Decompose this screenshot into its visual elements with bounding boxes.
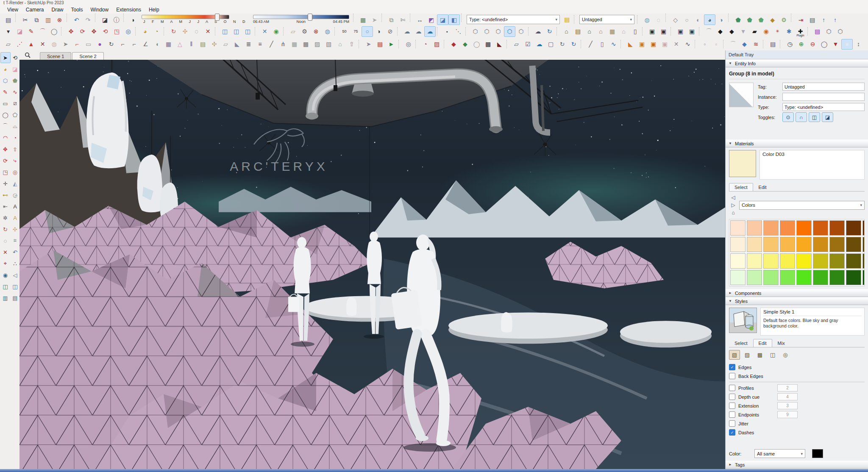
door-icon[interactable]: ▯ <box>629 26 641 37</box>
walls-3-icon[interactable]: ▨ <box>312 39 323 50</box>
form-edit-icon[interactable]: ▤ <box>374 39 386 50</box>
color-swatch-2[interactable] <box>763 220 779 236</box>
edges-checkbox[interactable]: ✓ <box>729 364 735 370</box>
date-slider-handle[interactable] <box>215 14 220 21</box>
sphere-pin-icon[interactable]: ◯ <box>818 39 830 50</box>
circle-icon[interactable]: ◯ <box>0 109 11 120</box>
visible-toggle-button[interactable]: ⊙ <box>782 112 794 122</box>
time-slider-track[interactable] <box>253 15 349 19</box>
previous-view-icon[interactable]: ↶ <box>10 247 20 258</box>
move-2-icon[interactable]: ✥ <box>65 26 77 37</box>
house-outline-icon[interactable]: ⌂ <box>618 26 629 37</box>
hex-4-icon[interactable]: ⬡ <box>504 26 515 37</box>
color-swatch-28[interactable] <box>747 270 762 285</box>
cancel-red-icon[interactable]: ⊗ <box>310 26 322 37</box>
axes-icon[interactable]: ✲ <box>0 212 11 223</box>
corner-1-icon[interactable]: ⌐ <box>117 39 128 50</box>
play-green-icon[interactable]: ► <box>386 39 397 50</box>
columns-icon[interactable]: ‖ <box>186 39 197 50</box>
zoom-extents-2-icon[interactable]: ✕ <box>202 26 214 37</box>
sphere-white-icon[interactable]: ● <box>841 39 853 50</box>
black-flag-icon[interactable]: ▰ <box>749 26 760 37</box>
protractor-icon[interactable]: ◶ <box>10 189 20 200</box>
color-swatch-15[interactable] <box>829 237 845 252</box>
walls-4-icon[interactable]: ▧ <box>323 39 334 50</box>
angle-icon[interactable]: ∠ <box>140 39 151 50</box>
color-swatch-30[interactable] <box>780 270 795 285</box>
color-swatch-23[interactable] <box>813 253 828 269</box>
color-swatch-16[interactable] <box>846 237 861 252</box>
color-swatch-33[interactable] <box>829 270 845 285</box>
dynamic-attributes-icon[interactable]: ▤ <box>561 14 573 25</box>
components-header[interactable]: ► Components <box>726 289 868 297</box>
envelope-icon[interactable]: ▭ <box>83 39 94 50</box>
fence-icon[interactable]: ▤ <box>197 39 209 50</box>
pipe-elbow-icon[interactable]: ⌐ <box>71 39 83 50</box>
component-cubes-1-icon[interactable]: ▣ <box>646 26 658 37</box>
materials-header[interactable]: ▼ Materials <box>726 139 868 147</box>
in-model-home-icon[interactable]: ⌂ <box>729 209 737 217</box>
box-sync-icon[interactable]: ↻ <box>556 39 568 50</box>
eraser-2-icon[interactable]: ◪ <box>14 26 25 37</box>
cloud-touch-icon[interactable]: ☁ <box>424 26 436 37</box>
roof-icon[interactable]: ⌂ <box>334 39 346 50</box>
cage-box-icon[interactable]: ▦ <box>163 39 174 50</box>
sphere-remove-icon[interactable]: ⊖ <box>807 39 818 50</box>
color-swatch-0[interactable] <box>730 220 746 236</box>
offset-2-icon[interactable]: ◎ <box>122 26 134 37</box>
section-fill-icon[interactable]: ▥ <box>0 292 11 303</box>
color-swatch-11[interactable] <box>763 237 779 252</box>
path-dots-icon[interactable]: ⋰ <box>14 39 25 50</box>
color-swatch-5[interactable] <box>813 220 828 236</box>
edge-color-swatch[interactable] <box>812 449 823 458</box>
menu-tools[interactable]: Tools <box>67 6 87 13</box>
fog-75-icon[interactable]: 75 <box>350 26 362 37</box>
material-name[interactable]: Color D03 <box>760 150 865 180</box>
push-pull-icon[interactable]: ⇧ <box>10 144 20 155</box>
select-icon[interactable]: ➤ <box>0 52 11 63</box>
styles-tab-select[interactable]: Select <box>729 339 753 347</box>
color-swatch-10[interactable] <box>747 237 762 252</box>
red-pyramid-icon[interactable]: ▲ <box>25 39 37 50</box>
viewport-3d[interactable]: ARC'TERYX <box>19 60 726 469</box>
solid-union-icon[interactable]: ⬟ <box>755 14 767 25</box>
axes-move-icon[interactable]: ✛ <box>0 178 11 189</box>
profiles-checkbox[interactable] <box>729 385 735 391</box>
materials-tab-select[interactable]: Select <box>729 183 753 191</box>
pink-pyramid-icon[interactable]: △ <box>174 39 186 50</box>
background-settings-icon[interactable]: ▩ <box>754 350 765 360</box>
section-c-icon[interactable]: ◫ <box>242 26 253 37</box>
dimension-icon[interactable]: ⇤ <box>0 201 11 212</box>
section-b-icon[interactable]: ◫ <box>231 26 242 37</box>
arrow-shape-icon[interactable]: ➤ <box>60 39 71 50</box>
color-swatch-13[interactable] <box>796 237 812 252</box>
delete-icon[interactable]: ⊗ <box>54 14 65 25</box>
color-swatch-21[interactable] <box>780 253 795 269</box>
hidden-line-mode-icon[interactable]: ○ <box>681 14 693 25</box>
time-slider-handle[interactable] <box>308 14 312 21</box>
color-swatch-3[interactable] <box>780 220 795 236</box>
spiral-icon[interactable]: ↻ <box>106 39 117 50</box>
color-swatch-4[interactable] <box>796 220 812 236</box>
color-swatch-24[interactable] <box>829 253 845 269</box>
tape-measure-icon[interactable]: ⊷ <box>0 189 11 200</box>
solid-split-icon[interactable]: ⚙ <box>778 14 790 25</box>
house-chimney-icon[interactable]: ⌂ <box>595 26 606 37</box>
cloud-x-icon[interactable]: ☁ <box>401 26 413 37</box>
ramp-icon[interactable]: ╱ <box>266 39 277 50</box>
section-display-icon[interactable]: ◫ <box>10 281 20 292</box>
color-swatch-25[interactable] <box>846 253 861 269</box>
box-outline-icon[interactable]: ▢ <box>545 39 556 50</box>
scale-2-icon[interactable]: ◳ <box>111 26 122 37</box>
date-slider-track[interactable] <box>142 15 229 19</box>
hex-5-icon[interactable]: ⬡ <box>515 26 527 37</box>
pencil-2-icon[interactable]: ✎ <box>25 26 37 37</box>
c-sync-icon[interactable]: ↻ <box>568 39 579 50</box>
pin-frame-2-icon[interactable]: ▫ <box>710 39 722 50</box>
lasso-icon[interactable]: ⟲ <box>10 52 20 63</box>
ant-tool-icon[interactable]: ✳ <box>772 26 783 37</box>
shadow-date-slider[interactable]: J F M A M J J A S O N D <box>142 15 248 24</box>
diamond-green-icon[interactable]: ◆ <box>459 39 471 50</box>
instance-input[interactable] <box>782 93 865 101</box>
solid-intersect-icon[interactable]: ⬟ <box>744 14 755 25</box>
